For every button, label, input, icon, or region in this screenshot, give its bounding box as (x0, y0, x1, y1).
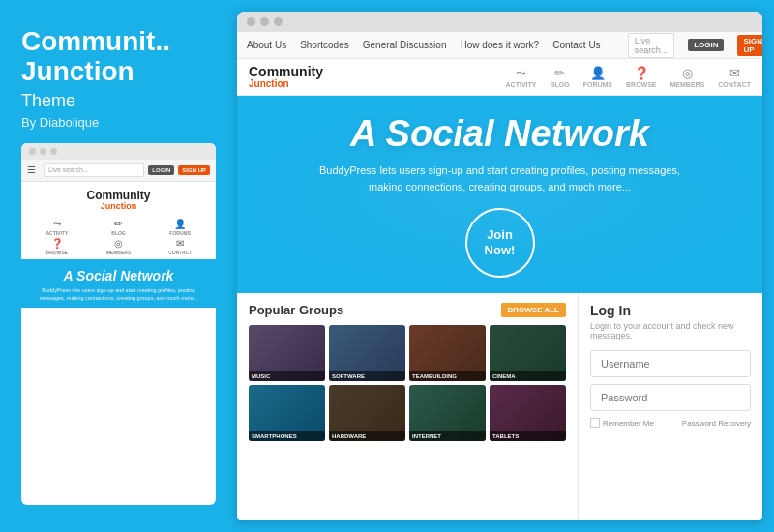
group-label-cinema: CINEMA (490, 371, 566, 381)
group-label-teambuilding: TEAMBUILDING (409, 371, 486, 381)
browse-icon: ❓ (51, 238, 63, 249)
site-logo-sub: Junction (249, 78, 323, 89)
group-label-internet: INTERNET (409, 431, 486, 441)
mini-hero-section: A Social Network BuddyPress lets users s… (21, 259, 216, 309)
top-nav-login-button[interactable]: LOGIN (688, 39, 724, 51)
browser-dot-2 (260, 17, 269, 26)
group-thumb-hardware[interactable]: HARDWARE (329, 385, 405, 441)
group-label-software: SOFTWARE (329, 371, 405, 381)
members-icon: ◎ (114, 238, 123, 249)
nav-contact-us[interactable]: Contact Us (552, 40, 600, 50)
contact-icon: ✉ (729, 66, 740, 80)
mini-icons-grid: ⤳ ACTIVITY ✏ BLOG 👤 FORUMS ❓ BROWSE ◎ ME… (21, 215, 216, 259)
contact-icon: ✉ (176, 238, 184, 249)
blog-icon: ✏ (114, 219, 122, 229)
bottom-section: Popular Groups BROWSE ALL MUSIC SOFTWARE… (237, 293, 762, 520)
logo-bar-icons: ⤳ ACTIVITY ✏ BLOG 👤 FORUMS ❓ BROWSE ◎ ME… (506, 66, 751, 88)
nav-about-us[interactable]: About Us (247, 40, 286, 50)
hero-description: BuddyPress lets users sign-up and start … (316, 163, 684, 194)
group-thumb-cinema[interactable]: CINEMA (490, 325, 566, 381)
group-thumb-tablets[interactable]: TABLETS (490, 385, 566, 441)
theme-by: By Diabolique (21, 115, 216, 130)
mini-logo-text: Community (31, 190, 206, 201)
site-logo[interactable]: Community Junction (249, 65, 323, 89)
remember-me-label[interactable]: Remember Me (590, 418, 654, 428)
theme-subtitle: Theme (21, 91, 216, 111)
top-navigation: About Us Shortcodes General Discussion H… (237, 32, 762, 59)
group-thumb-internet[interactable]: INTERNET (409, 385, 486, 441)
login-footer: Remember Me Password Recovery (590, 418, 751, 428)
mini-hero-title: A Social Network (29, 269, 208, 283)
logo-icon-contact[interactable]: ✉ CONTACT (718, 66, 751, 88)
mini-icon-browse[interactable]: ❓ BROWSE (27, 238, 87, 255)
mini-search: Live search... (44, 163, 144, 177)
mini-browser-bar (21, 143, 216, 160)
group-label-tablets: TABLETS (490, 431, 566, 441)
remember-me-checkbox[interactable] (590, 418, 600, 428)
mini-dot-1 (29, 148, 36, 155)
browse-all-button[interactable]: BROWSE ALL (501, 303, 566, 317)
right-panel-browser: About Us Shortcodes General Discussion H… (237, 12, 762, 520)
groups-grid: MUSIC SOFTWARE TEAMBUILDING CINEMA SMART… (249, 325, 566, 441)
mini-dot-3 (50, 148, 57, 155)
hero-title: A Social Network (256, 113, 743, 155)
join-now-button[interactable]: Join Now! (465, 208, 535, 278)
top-nav-signup-button[interactable]: SIGN UP (737, 35, 762, 56)
hero-section: A Social Network BuddyPress lets users s… (237, 96, 762, 293)
mini-icon-blog[interactable]: ✏ BLOG (89, 219, 149, 236)
mini-login-button[interactable]: LOGIN (148, 165, 174, 175)
login-panel: Log In Login to your account and check n… (579, 293, 762, 520)
browser-dot-3 (274, 17, 283, 26)
popular-groups-title: Popular Groups (249, 303, 501, 317)
forums-icon: 👤 (590, 66, 606, 80)
logo-icon-browse[interactable]: ❓ BROWSE (626, 66, 657, 88)
mini-icon-contact[interactable]: ✉ CONTACT (150, 238, 210, 255)
login-title: Log In (590, 303, 751, 318)
browse-icon: ❓ (634, 66, 649, 80)
username-input[interactable] (590, 350, 751, 377)
mini-icon-activity[interactable]: ⤳ ACTIVITY (27, 219, 87, 236)
login-subtitle: Login to your account and check new mess… (590, 321, 751, 340)
mini-dot-2 (40, 148, 46, 155)
nav-how-does-it-work[interactable]: How does it work? (460, 40, 539, 50)
mini-icon-members[interactable]: ◎ MEMBERS (89, 238, 149, 255)
group-thumb-teambuilding[interactable]: TEAMBUILDING (409, 325, 486, 381)
password-input[interactable] (590, 384, 751, 411)
logo-bar: Community Junction ⤳ ACTIVITY ✏ BLOG 👤 F… (237, 59, 762, 96)
mini-hero-desc: BuddyPress lets users sign-up and start … (29, 287, 208, 302)
mini-logo-sub: Junction (31, 201, 206, 211)
logo-icon-members[interactable]: ◎ MEMBERS (670, 66, 705, 88)
logo-icon-forums[interactable]: 👤 FORUMS (583, 66, 612, 88)
mini-logo-section: Community Junction (21, 182, 216, 215)
site-logo-text: Community (249, 65, 323, 78)
blog-icon: ✏ (554, 66, 565, 80)
nav-shortcodes[interactable]: Shortcodes (300, 40, 349, 50)
theme-title: Communit.. Junction (21, 27, 216, 87)
group-thumb-software[interactable]: SOFTWARE (329, 325, 405, 381)
popular-groups-section: Popular Groups BROWSE ALL MUSIC SOFTWARE… (237, 293, 579, 520)
group-label-hardware: HARDWARE (329, 431, 405, 441)
mini-icon-forums[interactable]: 👤 FORUMS (150, 219, 210, 236)
activity-icon: ⤳ (516, 66, 526, 80)
nav-general-discussion[interactable]: General Discussion (363, 40, 447, 50)
group-label-smartphones: SMARTPHONES (249, 431, 325, 441)
group-thumb-smartphones[interactable]: SMARTPHONES (249, 385, 325, 441)
browser-dot-1 (247, 17, 255, 26)
mini-hamburger-icon: ☰ (27, 164, 36, 175)
group-label-music: MUSIC (249, 371, 325, 381)
mini-browser-mockup: ☰ Live search... LOGIN SIGN UP Community… (21, 143, 216, 505)
forums-icon: 👤 (174, 219, 186, 229)
left-panel: Communit.. Junction Theme By Diabolique … (0, 0, 237, 532)
activity-icon: ⤳ (53, 219, 61, 229)
logo-icon-blog[interactable]: ✏ BLOG (550, 66, 569, 88)
logo-icon-activity[interactable]: ⤳ ACTIVITY (506, 66, 537, 88)
popular-groups-header: Popular Groups BROWSE ALL (249, 303, 566, 317)
top-nav-search[interactable]: Live search... (628, 33, 675, 58)
browser-chrome-bar (237, 12, 762, 32)
mini-nav-bar: ☰ Live search... LOGIN SIGN UP (21, 160, 216, 182)
group-thumb-music[interactable]: MUSIC (249, 325, 325, 381)
members-icon: ◎ (682, 66, 693, 80)
password-recovery-link[interactable]: Password Recovery (682, 419, 751, 428)
mini-signup-button[interactable]: SIGN UP (178, 165, 210, 175)
